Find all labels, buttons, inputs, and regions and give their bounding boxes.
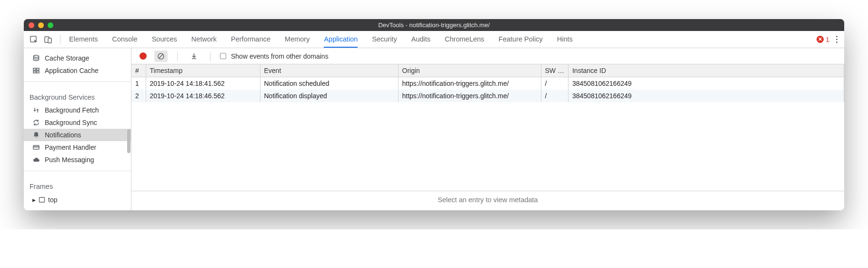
- table-row[interactable]: 22019-10-24 14:18:46.562Notification dis…: [131, 90, 844, 102]
- table-cell: 3845081062166249: [568, 77, 844, 90]
- download-button[interactable]: [187, 51, 200, 62]
- table-cell: /: [541, 90, 568, 102]
- table-cell: 2019-10-24 14:18:41.562: [146, 77, 260, 90]
- frames-top-label: top: [48, 196, 57, 204]
- payment-icon: [32, 144, 40, 151]
- more-menu-button[interactable]: [836, 36, 838, 43]
- titlebar: DevTools - notification-triggers.glitch.…: [24, 19, 844, 31]
- sidebar-item-payment-handler[interactable]: Payment Handler: [24, 141, 131, 154]
- clear-icon: [157, 52, 165, 60]
- show-other-domains-label: Show events from other domains: [231, 52, 329, 60]
- tab-feature-policy[interactable]: Feature Policy: [499, 31, 543, 48]
- record-button[interactable]: [136, 51, 150, 62]
- tab-console[interactable]: Console: [112, 31, 137, 48]
- tab-application[interactable]: Application: [324, 31, 358, 48]
- cloud-icon: [32, 156, 40, 164]
- column-header[interactable]: Origin: [398, 64, 541, 77]
- sidebar-item-background-fetch[interactable]: Background Fetch: [24, 104, 131, 116]
- sidebar-section-frames: Frames: [24, 176, 131, 193]
- sidebar-item-label: Notifications: [45, 131, 81, 139]
- tab-chromelens[interactable]: ChromeLens: [445, 31, 484, 48]
- tab-network[interactable]: Network: [191, 31, 217, 48]
- sidebar-item-application-cache[interactable]: Application Cache: [24, 64, 131, 77]
- table-cell: https://notification-triggers.glitch.me/: [398, 77, 541, 90]
- clear-button[interactable]: [154, 51, 168, 62]
- error-icon: ✕: [817, 36, 824, 43]
- sidebar-item-notifications[interactable]: Notifications: [24, 129, 131, 141]
- metadata-placeholder: Select an entry to view metadata: [131, 191, 844, 210]
- svg-point-3: [34, 55, 39, 57]
- table-cell: 1: [131, 77, 146, 90]
- svg-rect-2: [48, 38, 51, 43]
- svg-rect-7: [37, 71, 39, 73]
- tab-sources[interactable]: Sources: [152, 31, 177, 48]
- column-header[interactable]: #: [131, 64, 146, 77]
- tab-memory[interactable]: Memory: [285, 31, 309, 48]
- divider: [210, 52, 210, 61]
- table-cell: 2019-10-24 14:18:46.562: [146, 90, 260, 102]
- inspect-element-icon[interactable]: [30, 35, 38, 44]
- table-cell: 3845081062166249: [568, 90, 844, 102]
- maximize-window-button[interactable]: [48, 22, 53, 28]
- svg-rect-6: [33, 71, 36, 73]
- minimize-window-button[interactable]: [38, 22, 44, 28]
- bell-icon: [32, 131, 40, 139]
- top-tab-strip: ElementsConsoleSourcesNetworkPerformance…: [24, 31, 844, 48]
- svg-rect-10: [40, 197, 45, 202]
- table-header-row: #TimestampEventOriginSW …Instance ID: [131, 64, 844, 77]
- window-title: DevTools - notification-triggers.glitch.…: [378, 21, 489, 29]
- device-toolbar-icon[interactable]: [44, 35, 52, 44]
- svg-line-12: [159, 54, 163, 58]
- traffic-lights: [29, 22, 53, 28]
- frames-top-row[interactable]: ▸ top: [24, 193, 131, 206]
- database-icon: [32, 54, 40, 62]
- table-cell: /: [541, 77, 568, 90]
- column-header[interactable]: Event: [260, 64, 398, 77]
- bgfetch-icon: [32, 106, 40, 114]
- bgsync-icon: [32, 119, 40, 126]
- sidebar-item-label: Application Cache: [45, 67, 99, 74]
- panel-body: Cache StorageApplication Cache Backgroun…: [24, 48, 844, 210]
- table-cell: Notification displayed: [260, 90, 398, 102]
- events-toolbar: Show events from other domains: [131, 48, 844, 64]
- sidebar-item-background-sync[interactable]: Background Sync: [24, 116, 131, 129]
- divider: [177, 52, 178, 61]
- svg-rect-5: [37, 68, 39, 70]
- frame-icon: [39, 196, 45, 203]
- column-header[interactable]: Timestamp: [146, 64, 260, 77]
- svg-rect-4: [33, 68, 36, 70]
- error-count-badge[interactable]: ✕ 1: [817, 36, 829, 43]
- download-icon: [190, 52, 198, 60]
- events-table-wrap: #TimestampEventOriginSW …Instance ID 120…: [131, 64, 844, 191]
- sidebar-item-label: Cache Storage: [45, 54, 89, 62]
- tab-performance[interactable]: Performance: [231, 31, 270, 48]
- close-window-button[interactable]: [29, 22, 34, 28]
- main-panel: Show events from other domains #Timestam…: [131, 48, 844, 210]
- sidebar-scrollbar[interactable]: [127, 129, 130, 153]
- tab-security[interactable]: Security: [372, 31, 397, 48]
- devtools-window: DevTools - notification-triggers.glitch.…: [24, 19, 844, 210]
- sidebar-item-label: Payment Handler: [45, 144, 96, 151]
- error-count: 1: [826, 36, 829, 43]
- sidebar-item-label: Push Messaging: [45, 156, 94, 164]
- table-cell: 2: [131, 90, 146, 102]
- table-cell: Notification scheduled: [260, 77, 398, 90]
- tab-audits[interactable]: Audits: [411, 31, 430, 48]
- sidebar-item-label: Background Fetch: [45, 106, 99, 114]
- table-cell: https://notification-triggers.glitch.me/: [398, 90, 541, 102]
- events-table: #TimestampEventOriginSW …Instance ID 120…: [131, 64, 844, 102]
- table-row[interactable]: 12019-10-24 14:18:41.562Notification sch…: [131, 77, 844, 90]
- column-header[interactable]: Instance ID: [568, 64, 844, 77]
- column-header[interactable]: SW …: [541, 64, 568, 77]
- tab-hints[interactable]: Hints: [557, 31, 573, 48]
- appcache-icon: [32, 67, 40, 74]
- sidebar-section-background-services: Background Services: [24, 87, 131, 104]
- expand-triangle-icon: ▸: [32, 196, 36, 204]
- sidebar-item-label: Background Sync: [45, 119, 97, 126]
- divider: [60, 35, 60, 44]
- sidebar-item-push-messaging[interactable]: Push Messaging: [24, 154, 131, 166]
- tab-elements[interactable]: Elements: [69, 31, 98, 48]
- sidebar: Cache StorageApplication Cache Backgroun…: [24, 48, 131, 210]
- sidebar-item-cache-storage[interactable]: Cache Storage: [24, 52, 131, 64]
- show-other-domains-checkbox[interactable]: [220, 53, 226, 59]
